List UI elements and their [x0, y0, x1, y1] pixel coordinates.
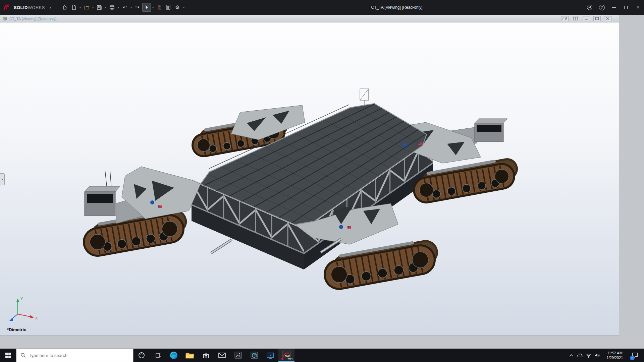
print-dropdown[interactable]: ▾	[117, 6, 120, 9]
taskbar-store[interactable]	[198, 349, 214, 362]
mail-icon	[218, 352, 226, 359]
assembly-document-icon	[2, 16, 7, 21]
triad-x-label: X	[35, 316, 38, 320]
help-icon: ?	[599, 5, 605, 10]
taskbar-solidworks[interactable]: SW 2021	[278, 349, 294, 362]
options-button[interactable]: ⚙	[173, 3, 182, 12]
windows-taskbar: SW 2021 11:5	[0, 349, 644, 362]
taskbar-search[interactable]	[16, 349, 133, 362]
tray-network[interactable]	[584, 349, 593, 362]
show-desktop-button[interactable]	[642, 349, 644, 362]
feature-tree-collapse-tab[interactable]: ◂	[0, 173, 5, 185]
file-explorer-icon	[185, 352, 194, 359]
solidworks-year-badge: 2021	[287, 358, 293, 360]
chevron-up-icon	[569, 354, 573, 357]
viewport-3d[interactable]: Y X *Dimetric ◂	[0, 22, 619, 336]
menu-expand-arrow-icon[interactable]: ▸	[50, 6, 52, 9]
taskbar-cortana[interactable]	[133, 349, 150, 362]
track-assembly-front-left	[90, 213, 177, 254]
taskbar-movies-tv[interactable]	[262, 349, 278, 362]
minimize-icon	[612, 7, 616, 8]
app-titlebar: SOLIDWORKS ▸ ▾ ▾ ▾ ▾ ↶▾ ↷ ▾	[0, 0, 644, 15]
save-dropdown[interactable]: ▾	[104, 6, 107, 9]
close-document-button[interactable]	[604, 16, 611, 21]
help-button[interactable]: ?	[596, 0, 608, 15]
open-dropdown[interactable]: ▾	[91, 6, 95, 9]
clock-date: 1/29/2021	[607, 355, 623, 360]
account-button[interactable]	[584, 0, 596, 15]
action-center-button[interactable]: 2	[628, 349, 642, 362]
solidworks-logo: SOLIDWORKS ▸	[3, 4, 52, 11]
minimize-window-icon	[584, 17, 589, 20]
document-window: CT_TA [Viewing] [Read-only]	[0, 15, 619, 336]
view-orientation-label: *Dimetric	[7, 327, 26, 332]
file-properties-button[interactable]	[164, 3, 173, 12]
mdi-workspace: CT_TA [Viewing] [Read-only]	[0, 15, 644, 349]
close-icon: ×	[637, 5, 639, 10]
window-controls: ? ×	[584, 0, 644, 15]
close-window-icon	[605, 17, 610, 20]
taskbar-edge[interactable]	[166, 349, 182, 362]
undo-button[interactable]: ↶	[120, 3, 129, 12]
cascade-windows-icon	[562, 17, 567, 20]
taskbar-spacer	[294, 349, 567, 362]
cascade-windows-button[interactable]	[561, 16, 569, 21]
tray-volume[interactable]	[593, 349, 602, 362]
tile-windows-button[interactable]	[572, 16, 579, 21]
taskbar-file-explorer[interactable]	[182, 349, 198, 362]
edge-icon	[169, 351, 178, 360]
open-folder-icon	[84, 4, 90, 10]
new-document-dropdown[interactable]: ▾	[78, 6, 82, 9]
taskbar-mail[interactable]	[214, 349, 230, 362]
rebuild-stoplight-icon	[156, 4, 162, 10]
start-button[interactable]	[0, 349, 16, 362]
windows-logo-icon	[5, 353, 11, 358]
select-tool-button[interactable]	[142, 3, 151, 12]
gear-icon: ⚙	[175, 4, 179, 10]
taskbar-task-view[interactable]	[150, 349, 166, 362]
dassault-logo-icon	[3, 4, 12, 11]
minimize-button[interactable]	[608, 0, 620, 15]
redo-button[interactable]: ↷	[133, 3, 142, 12]
search-input[interactable]	[29, 353, 119, 358]
solidworks-app: SOLIDWORKS ▸ ▾ ▾ ▾ ▾ ↶▾ ↷ ▾	[0, 0, 644, 362]
rebuild-button[interactable]	[155, 3, 164, 12]
triad-y-label: Y	[20, 297, 23, 301]
options-dropdown[interactable]: ▾	[182, 6, 185, 9]
undo-dropdown[interactable]: ▾	[129, 6, 133, 9]
restore-document-button[interactable]	[593, 16, 601, 21]
close-button[interactable]: ×	[632, 0, 644, 15]
hidden-icons-button[interactable]	[567, 349, 576, 362]
redo-icon: ↷	[136, 4, 140, 10]
save-icon	[96, 4, 102, 10]
new-document-button[interactable]	[69, 3, 78, 12]
crawler-transporter-model	[0, 22, 619, 336]
restore-window-icon	[595, 17, 599, 20]
select-tool-dropdown[interactable]: ▾	[151, 6, 155, 9]
file-properties-icon	[165, 4, 171, 10]
tray-onedrive[interactable]	[576, 349, 584, 362]
track-assembly-front-right	[331, 243, 428, 287]
document-window-buttons	[561, 16, 611, 21]
task-view-icon	[154, 352, 161, 358]
user-account-icon	[587, 4, 593, 10]
window-title: CT_TA [Viewing] [Read-only]	[360, 0, 434, 15]
speaker-icon	[594, 353, 600, 358]
taskbar-photos[interactable]	[230, 349, 246, 362]
minimize-document-button[interactable]	[583, 16, 590, 21]
wifi-icon	[586, 353, 592, 358]
maximize-button[interactable]	[620, 0, 632, 15]
svg-text:SW: SW	[285, 355, 290, 358]
save-button[interactable]	[95, 3, 104, 12]
open-button[interactable]	[82, 3, 91, 12]
document-titlebar[interactable]: CT_TA [Viewing] [Read-only]	[0, 15, 619, 22]
taskbar-3d-viewer[interactable]	[246, 349, 262, 362]
cortana-icon	[138, 352, 145, 359]
tile-windows-icon	[573, 17, 578, 20]
home-button[interactable]	[60, 3, 69, 12]
print-button[interactable]	[108, 3, 116, 12]
taskbar-clock[interactable]: 11:52 AM 1/29/2021	[602, 349, 628, 362]
notification-badge: 2	[630, 356, 635, 360]
search-icon	[20, 353, 26, 358]
orientation-triad: Y X	[6, 294, 43, 324]
